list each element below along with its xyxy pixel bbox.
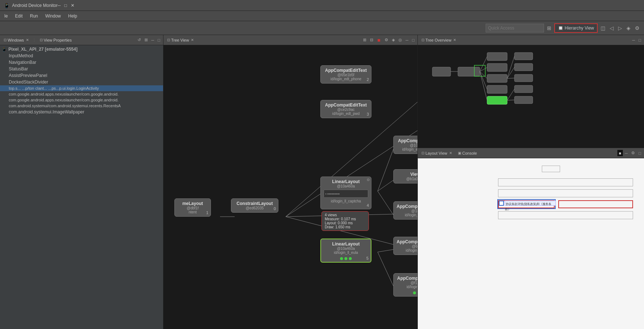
tv-min[interactable]: ─ [404, 37, 410, 43]
svg-rect-22 [514, 96, 533, 104]
cbe-detail: id/login_ckb_eula [397, 248, 417, 252]
maximize-icon[interactable]: □ [64, 3, 67, 8]
llc-num: 4 [367, 203, 369, 208]
list-item[interactable]: com.google.android.apps.nexuslauncher/co… [0, 97, 163, 103]
minimize-icon[interactable]: ─ [58, 3, 61, 8]
hierarchy-icon: 🔲 [558, 26, 563, 31]
view-properties-tab[interactable]: ⊡ View Properties [38, 37, 74, 43]
edit-captcha-node[interactable]: AppCompatEditText @10eb8d6 id/login_edt_… [393, 136, 417, 154]
main-layout: ⊡ Windows ✕ ⋮ ⊡ View Properties ↺ ⊞ ─ □ … [0, 35, 644, 329]
ew-detail: id/login_edt_pwd [324, 112, 368, 116]
tv-icon1[interactable]: ⊞ [362, 37, 368, 43]
tv-max[interactable]: □ [410, 37, 416, 43]
iv-captcha-node[interactable]: AppCompatImageView @182a244 id/login_iv_… [393, 201, 417, 220]
console-tab[interactable]: ▣ Console [456, 150, 479, 156]
checkbox-eula-node[interactable]: AppCompatCheckBox @6a7ff2d id/login_ckb_… [393, 237, 417, 255]
tv-icon2[interactable]: ⊟ [369, 37, 375, 43]
llc-addr: @10a460a [324, 184, 368, 188]
hierarchy-view-button[interactable]: 🔲 Hierarchy View [554, 23, 598, 33]
list-item[interactable]: AssistPreviewPanel [0, 72, 163, 79]
list-item[interactable]: com.google.android.apps.nexuslauncher/co… [0, 91, 163, 97]
edit-pwd-node[interactable]: AppCompatEditText @ce2c9ac id/login_edt_… [320, 100, 371, 118]
tree-overview-tabbar: ⊡ Tree Overview ✕ ─ □ [418, 35, 644, 45]
tree-overview-canvas[interactable] [418, 45, 644, 148]
titlebar-title: Android Device Monitor [12, 3, 58, 8]
lv-close[interactable]: ✕ [449, 151, 452, 155]
tv-icon6[interactable]: ◎ [397, 37, 404, 43]
frame-layout-num: 1 [206, 210, 208, 215]
toolbar-icon2[interactable]: ◁ [608, 24, 615, 32]
layout-view-canvas[interactable]: 协议条款详情(隐私政策)和《服务条款》 [418, 158, 644, 329]
to-min[interactable]: ─ [631, 37, 637, 43]
left-layout-btn[interactable]: ⊞ [143, 37, 149, 43]
constraint-layout-node[interactable]: ConstraintLayout @ed62035 0 [231, 198, 278, 213]
windows-tab-icon: ⊡ [4, 38, 7, 42]
svg-rect-15 [487, 74, 507, 82]
toolbar-icon5[interactable]: ⚙ [633, 24, 641, 32]
tree-overview-tab[interactable]: ⊡ Tree Overview ✕ [419, 37, 458, 43]
lv-settings[interactable]: ⚙ [630, 150, 636, 156]
cbe-addr: @6a7ff2d [397, 244, 417, 248]
windows-tab[interactable]: ⊡ Windows ✕ [1, 37, 31, 43]
tvdot1 [413, 291, 416, 294]
svg-rect-12 [458, 67, 480, 76]
cl-title: ConstraintLayout [234, 201, 275, 206]
list-item[interactable]: StatusBar [0, 66, 163, 72]
edit-phone-node[interactable]: AppCompatEditText @65e1b5f id/login_edt_… [320, 65, 371, 84]
toolbar-icon4[interactable]: ◈ [625, 24, 632, 32]
lv-min[interactable]: ─ [624, 150, 629, 156]
close-icon[interactable]: ✕ [71, 3, 74, 8]
to-max[interactable]: □ [637, 37, 643, 43]
windows-panel: 📱 Pixel_XL_API_27 [emulator-5554] InputM… [0, 45, 163, 329]
svg-rect-14 [487, 63, 507, 71]
menu-help[interactable]: Help [65, 12, 80, 20]
list-item[interactable]: InputMethod [0, 53, 163, 59]
tv-icon4[interactable]: ⚙ [383, 37, 390, 43]
toolbar-grid-icon[interactable]: ⊞ [545, 24, 553, 32]
list-item[interactable]: NavigationBar [0, 59, 163, 66]
lv-pwd-widget [498, 178, 633, 186]
to-close[interactable]: ✕ [453, 38, 456, 42]
list-item[interactable]: com.android.systemui/com.android.systemu… [0, 103, 163, 109]
toolbar-icon1[interactable]: ◫ [599, 24, 607, 32]
textview-eula-node[interactable]: AppCompatTextView @f158c62 id/login_tt_e… [393, 273, 417, 297]
menu-run[interactable]: Run [27, 12, 41, 20]
left-max-btn[interactable]: □ [156, 37, 162, 43]
menu-le[interactable]: le [1, 12, 11, 20]
svg-line-9 [378, 252, 393, 286]
lv-max[interactable]: □ [637, 150, 643, 156]
layout-view-tab[interactable]: ⊡ Layout View ✕ [419, 150, 454, 156]
svg-rect-11 [432, 67, 451, 76]
list-item[interactable]: top.s... ...p/ton clant... ...ps...p.ui.… [0, 85, 163, 91]
windows-tab-close[interactable]: ✕ [26, 38, 29, 42]
ew-addr: @ce2c9ac [324, 108, 368, 112]
info-line4: Draw: 1.650 ms [325, 225, 366, 229]
v-addr: @b1a1757 [397, 177, 417, 181]
frame-layout-node[interactable]: meLayout @dbf1f ntent 1 [174, 198, 211, 217]
view-node[interactable]: View @b1a1757 1 [393, 169, 417, 183]
eula-dots [340, 257, 352, 260]
list-item[interactable]: com.android.systemui.ImageWallpaper [0, 109, 163, 115]
toolbar-icon3[interactable]: ▷ [617, 24, 624, 32]
lv-color-btn[interactable]: ■ [617, 150, 623, 156]
tv-icon5[interactable]: ◈ [390, 37, 396, 43]
cbe-title: AppCompatCheckBox [397, 239, 417, 244]
tree-view-canvas[interactable]: meLayout @dbf1f ntent 1 ConstraintLayout… [163, 45, 417, 329]
tree-view-tab[interactable]: ⊡ Tree View ✕ [165, 37, 196, 43]
left-refresh-btn[interactable]: ↺ [136, 37, 142, 43]
list-item[interactable]: DockedStackDivider [0, 79, 163, 85]
info-line2: Measure: 0.107 ms [325, 217, 366, 221]
lv-eula-text [558, 200, 633, 208]
ll-eula-node[interactable]: LinearLayout @10a460a id/login_ll_eula 5 [320, 239, 371, 263]
device-item[interactable]: 📱 Pixel_XL_API_27 [emulator-5554] [0, 46, 163, 53]
lv-actions: ■ ─ ⚙ □ [617, 150, 643, 156]
menu-window[interactable]: Window [42, 12, 64, 20]
left-min-btn[interactable]: ─ [150, 37, 156, 43]
menu-edit[interactable]: Edit [12, 12, 26, 20]
right-panels: ⊡ Tree Overview ✕ ─ □ [418, 35, 644, 329]
ll-captcha-node[interactable]: ⊙ LinearLayout @10a460a ▪ ▪▪▪▪▪▪▪▪▪▪▪▪ i… [320, 177, 371, 209]
tv-icon3[interactable]: ⏹ [375, 37, 382, 43]
tree-tab-close[interactable]: ✕ [191, 38, 194, 42]
item-label: top.s... ...p/ton clant... ...ps...p.ui.… [9, 86, 99, 90]
quick-access-input[interactable] [486, 24, 544, 32]
